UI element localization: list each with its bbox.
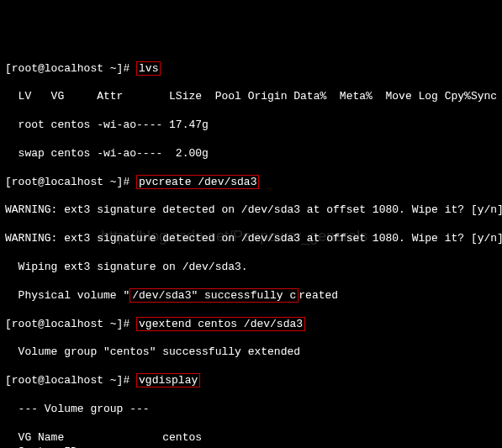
prompt: [root@localhost ~]# (5, 318, 129, 330)
cmd-vgdisplay: vgdisplay (136, 373, 200, 387)
prompt: [root@localhost ~]# (5, 176, 129, 188)
lvs-row-swap: swap centos -wi-ao---- 2.00g (5, 147, 497, 161)
line-cmd-vgdisplay: [root@localhost ~]# vgdisplay (5, 374, 497, 388)
vg-field: VG Name centos (5, 431, 497, 445)
cmd-pvcreate: pvcreate /dev/sda3 (136, 175, 259, 189)
cmd-lvs: lvs (136, 61, 161, 76)
line-cmd-pvcreate: [root@localhost ~]# pvcreate /dev/sda3 (5, 176, 497, 190)
warning-line-2: WARNING: ext3 signature detected on /dev… (5, 232, 497, 246)
warning-line-1: WARNING: ext3 signature detected on /dev… (5, 203, 497, 218)
pv-created-line: Physical volume "/dev/sda3" successfully… (5, 289, 497, 303)
line-cmd-vgextend: [root@localhost ~]# vgextend centos /dev… (5, 318, 497, 332)
pv-post: reated (299, 289, 338, 302)
lvs-row-root: root centos -wi-ao---- 17.47g (5, 119, 497, 133)
vg-field: System ID (5, 445, 497, 448)
wipe-line: Wiping ext3 signature on /dev/sda3. (5, 261, 497, 275)
cmd-vgextend: vgextend centos /dev/sda3 (136, 317, 305, 331)
vg-title: --- Volume group --- (5, 403, 497, 417)
pv-mid: /dev/sda3" successfully c (129, 288, 299, 303)
line-cmd-lvs: [root@localhost ~]# lvs (5, 62, 497, 76)
lvs-header: LV VG Attr LSize Pool Origin Data% Meta%… (5, 90, 497, 104)
vg-fields: VG Name centos System ID Format lvm2 Met… (5, 431, 497, 448)
prompt: [root@localhost ~]# (5, 374, 129, 387)
vgextend-ok: Volume group "centos" successfully exten… (5, 345, 497, 360)
pv-pre: Physical volume " (5, 289, 129, 302)
prompt: [root@localhost ~]# (5, 62, 129, 75)
